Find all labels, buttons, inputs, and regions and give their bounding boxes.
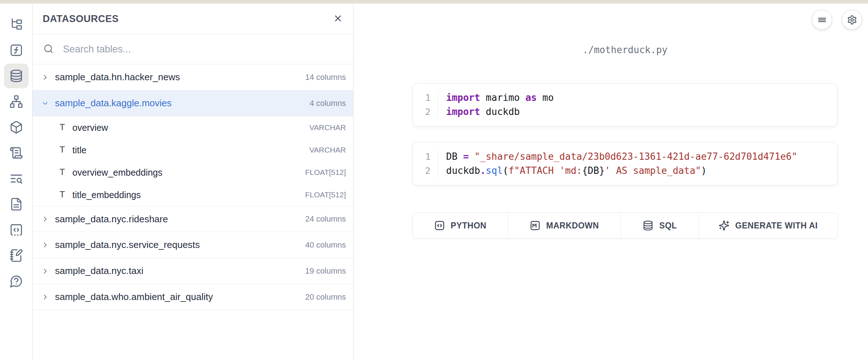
table-columns-count: 40 columns (305, 240, 346, 250)
table-name: sample_data.nyc.rideshare (53, 214, 301, 225)
code-square-icon (9, 223, 23, 237)
function-square-icon (9, 43, 23, 57)
sidebar-item-help-chat[interactable] (4, 269, 29, 293)
table-row[interactable]: sample_data.nyc.rideshare24 columns (33, 206, 353, 232)
column-row[interactable]: Ttitle_embeddingsFLOAT[512] (33, 184, 353, 206)
close-panel-button[interactable] (333, 13, 343, 25)
column-name: title (72, 145, 304, 155)
sidebar-item-notebook-edit[interactable] (4, 243, 29, 268)
notebook-filename: ./motherduck.py (412, 44, 838, 55)
column-type: FLOAT[512] (305, 168, 346, 177)
sidebar-slot (0, 89, 32, 114)
table-name: sample_data.nyc.taxi (53, 265, 301, 277)
code-editor-area[interactable]: import marimo as moimport duckdb (438, 91, 837, 119)
search-tables-input[interactable] (63, 44, 342, 55)
action-label: PYTHON (451, 221, 487, 231)
chevron-right-icon (41, 267, 49, 275)
code-editor-area[interactable]: DB = "_share/sample_data/23b0d623-1361-4… (438, 150, 837, 178)
menu-button[interactable] (812, 10, 832, 30)
add-cell-generate-with-ai-button[interactable]: GENERATE WITH AI (699, 213, 837, 238)
datasources-panel: DATASOURCES sample_data.hn.hacker_news14… (33, 4, 353, 360)
database-icon (643, 220, 653, 231)
sidebar-item-list-search[interactable] (4, 166, 29, 191)
code-cell[interactable]: 12import marimo as moimport duckdb (412, 83, 838, 127)
sidebar-slot (0, 114, 32, 140)
table-row[interactable]: sample_data.nyc.taxi19 columns (33, 258, 353, 284)
sidebar-slot (0, 243, 32, 268)
search-icon (43, 44, 54, 55)
sidebar-item-scroll[interactable] (4, 141, 29, 165)
column-name: overview_embeddings (72, 167, 300, 178)
table-row[interactable]: sample_data.nyc.service_requests40 colum… (33, 232, 353, 258)
text-type-icon: T (57, 145, 67, 155)
datasources-header: DATASOURCES (33, 4, 353, 35)
help-chat-icon (9, 274, 23, 288)
chevron-right-icon (41, 293, 49, 301)
sidebar-item-database[interactable] (4, 64, 29, 88)
scroll-icon (9, 146, 23, 160)
column-type: FLOAT[512] (305, 190, 346, 199)
window-top-strip (0, 0, 868, 4)
sidebar-item-document[interactable] (4, 192, 29, 217)
tables-list: sample_data.hn.hacker_news14 columnssamp… (33, 64, 353, 310)
add-cell-markdown-button[interactable]: MARKDOWN (508, 213, 621, 238)
sidebar-item-network[interactable] (4, 89, 29, 114)
column-name: title_embeddings (72, 190, 300, 200)
code-cell[interactable]: 12DB = "_share/sample_data/23b0d623-1361… (412, 142, 838, 185)
list-search-icon (9, 172, 23, 185)
column-row[interactable]: TtitleVARCHAR (33, 139, 353, 161)
sidebar-rail (0, 4, 33, 360)
line-number-gutter: 12 (413, 150, 438, 178)
markdown-icon (530, 220, 541, 231)
sidebar-item-function-square[interactable] (4, 38, 29, 63)
document-icon (9, 197, 23, 211)
table-name: sample_data.kaggle.movies (53, 98, 306, 109)
chevron-right-icon (41, 241, 49, 249)
table-columns-count: 4 columns (310, 99, 346, 108)
table-columns-count: 24 columns (305, 214, 346, 224)
sidebar-slot (0, 37, 32, 63)
sidebar-slot (0, 140, 32, 166)
box-icon (9, 120, 23, 134)
text-type-icon: T (57, 189, 67, 200)
notebook-edit-icon (9, 249, 23, 262)
table-search-row (33, 35, 353, 64)
table-columns-count: 20 columns (305, 292, 346, 302)
column-type: VARCHAR (309, 123, 346, 132)
sidebar-slot (0, 63, 32, 89)
database-icon (9, 69, 23, 83)
line-number-gutter: 12 (413, 91, 438, 119)
table-row[interactable]: sample_data.kaggle.movies4 columns (33, 90, 353, 116)
add-cell-actionbar: PYTHONMARKDOWNSQLGENERATE WITH AI (412, 213, 838, 239)
datasources-title: DATASOURCES (43, 13, 119, 25)
sidebar-slot (0, 268, 32, 294)
column-row[interactable]: Toverview_embeddingsFLOAT[512] (33, 161, 353, 184)
add-cell-sql-button[interactable]: SQL (621, 213, 699, 238)
sidebar-item-box[interactable] (4, 115, 29, 140)
table-row[interactable]: sample_data.hn.hacker_news14 columns (33, 64, 353, 90)
network-icon (9, 95, 23, 108)
action-label: MARKDOWN (546, 221, 599, 231)
close-icon (333, 13, 343, 25)
table-row[interactable]: sample_data.who.ambient_air_quality20 co… (33, 284, 353, 310)
table-columns-count: 14 columns (305, 73, 346, 82)
add-cell-python-button[interactable]: PYTHON (413, 213, 508, 238)
sidebar-slot (0, 12, 32, 37)
sidebar-item-code-square[interactable] (4, 218, 29, 242)
text-type-icon: T (57, 122, 67, 133)
sidebar-slot (0, 217, 32, 243)
gear-button[interactable] (842, 10, 862, 30)
column-row[interactable]: ToverviewVARCHAR (33, 116, 353, 139)
chevron-down-icon (41, 99, 49, 107)
sidebar-slot (0, 166, 32, 191)
sidebar-slot (0, 191, 32, 217)
text-type-icon: T (57, 167, 67, 178)
action-label: GENERATE WITH AI (735, 221, 818, 231)
table-name: sample_data.who.ambient_air_quality (53, 291, 301, 303)
chevron-right-icon (41, 73, 49, 81)
sidebar-item-file-tree[interactable] (4, 12, 29, 37)
table-columns-count: 19 columns (305, 266, 346, 276)
sparkles-icon (719, 220, 729, 231)
action-label: SQL (659, 221, 677, 231)
table-name: sample_data.hn.hacker_news (53, 72, 301, 83)
